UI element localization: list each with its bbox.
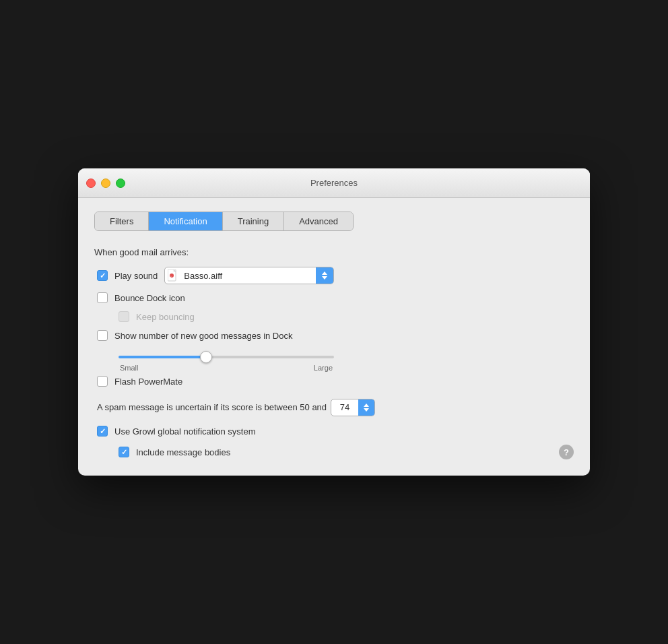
- traffic-lights: [86, 179, 125, 188]
- growl-label: Use Growl global notification system: [114, 426, 256, 437]
- slider-container: Small Large: [94, 349, 574, 372]
- flash-powermate-label: Flash PowerMate: [114, 377, 182, 387]
- maximize-button[interactable]: [116, 179, 125, 188]
- keep-bouncing-checkbox[interactable]: [119, 311, 129, 322]
- spam-stepper[interactable]: 74: [331, 399, 375, 416]
- keep-bouncing-row: Keep bouncing: [94, 311, 574, 322]
- spam-arrows[interactable]: [358, 399, 374, 416]
- sound-selector[interactable]: ♪ Basso.aiff: [164, 267, 334, 284]
- spam-value: 74: [331, 401, 358, 414]
- play-sound-checkbox[interactable]: [97, 270, 108, 281]
- arrow-up-icon: [322, 271, 327, 275]
- bounce-dock-label: Bounce Dock icon: [114, 293, 185, 303]
- keep-bouncing-label: Keep bouncing: [136, 312, 195, 322]
- tab-notification[interactable]: Notification: [149, 212, 222, 230]
- window-title: Preferences: [310, 178, 358, 188]
- slider-wrapper: [119, 349, 334, 361]
- flash-powermate-row: Flash PowerMate: [94, 376, 574, 387]
- close-button[interactable]: [86, 179, 96, 188]
- play-sound-row: Play sound ♪ Basso.aiff: [94, 267, 574, 284]
- preferences-window: Preferences Filters Notification Trainin…: [78, 168, 590, 476]
- spam-section: A spam message is uncertain if its score…: [94, 399, 574, 416]
- arrow-down-icon: [322, 276, 327, 280]
- include-bodies-label: Include message bodies: [136, 447, 230, 457]
- spam-text: A spam message is uncertain if its score…: [97, 399, 574, 416]
- slider-min-label: Small: [120, 364, 139, 372]
- slider-labels: Small Large: [119, 364, 334, 372]
- bounce-dock-checkbox[interactable]: [97, 292, 108, 303]
- titlebar: Preferences: [78, 168, 590, 198]
- show-number-checkbox[interactable]: [97, 330, 108, 341]
- show-number-label: Show number of new good messages in Dock: [114, 331, 292, 341]
- spam-arrow-down-icon: [364, 408, 369, 412]
- spam-text-before: A spam message is uncertain if its score…: [97, 401, 327, 414]
- section-label: When good mail arrives:: [94, 247, 574, 257]
- dock-size-slider[interactable]: [119, 356, 334, 358]
- bounce-dock-row: Bounce Dock icon: [94, 292, 574, 303]
- show-number-row: Show number of new good messages in Dock: [94, 330, 574, 341]
- bottom-section: Include message bodies ?: [94, 445, 574, 459]
- tab-advanced[interactable]: Advanced: [284, 212, 353, 230]
- tab-bar: Filters Notification Training Advanced: [94, 212, 354, 231]
- include-bodies-row: Include message bodies: [94, 447, 230, 457]
- sound-file-name: Basso.aiff: [181, 271, 316, 281]
- growl-checkbox[interactable]: [97, 426, 108, 437]
- minimize-button[interactable]: [101, 179, 110, 188]
- tab-training[interactable]: Training: [223, 212, 284, 230]
- tab-filters[interactable]: Filters: [95, 212, 149, 230]
- growl-row: Use Growl global notification system: [94, 426, 574, 437]
- include-bodies-checkbox[interactable]: [119, 447, 129, 457]
- file-svg-icon: ♪: [168, 269, 178, 282]
- content-area: Filters Notification Training Advanced W…: [78, 198, 590, 476]
- slider-max-label: Large: [314, 364, 333, 372]
- spam-arrow-up-icon: [364, 404, 369, 407]
- sound-arrows[interactable]: [316, 267, 333, 284]
- play-sound-label: Play sound: [114, 271, 158, 281]
- flash-powermate-checkbox[interactable]: [97, 376, 108, 387]
- sound-file-icon: ♪: [165, 267, 181, 284]
- help-button[interactable]: ?: [559, 445, 574, 459]
